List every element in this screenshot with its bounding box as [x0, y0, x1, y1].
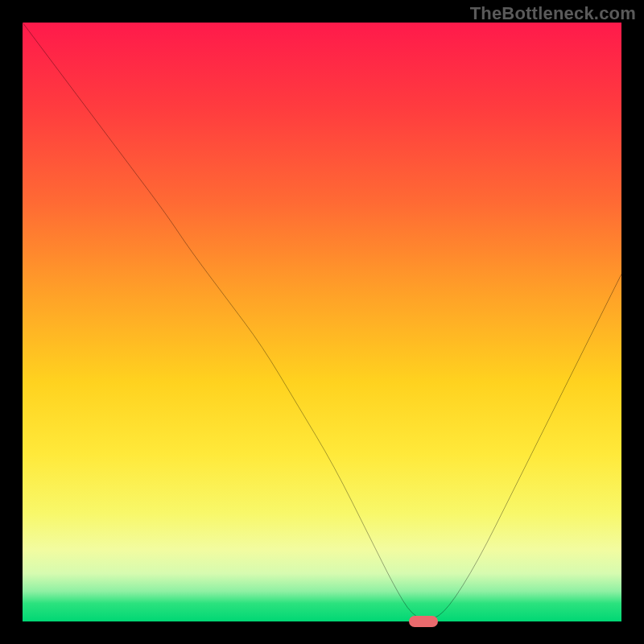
chart-frame: TheBottleneck.com	[0, 0, 644, 644]
optimal-marker	[409, 616, 438, 627]
plot-area	[23, 23, 621, 621]
bottleneck-curve	[23, 23, 621, 621]
watermark-text: TheBottleneck.com	[470, 3, 636, 24]
